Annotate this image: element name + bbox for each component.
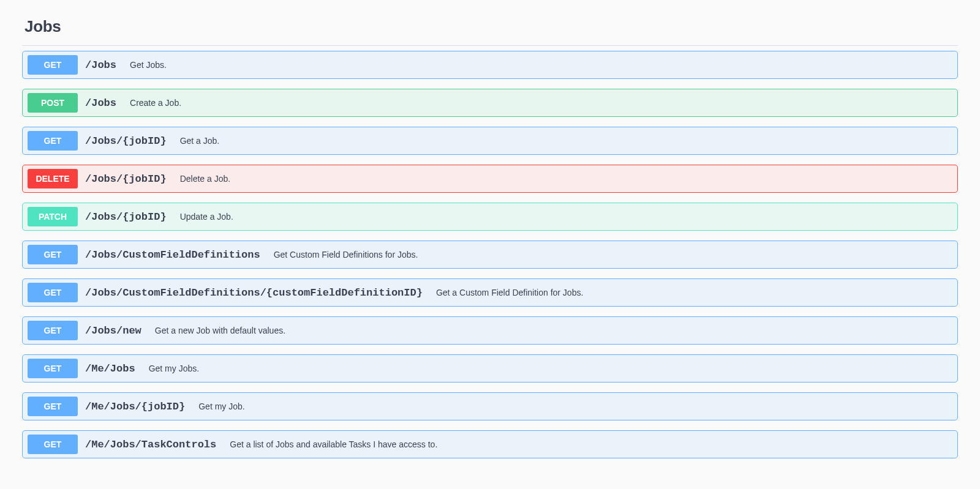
operation-description: Get a list of Jobs and available Tasks I…: [230, 439, 437, 449]
method-badge: GET: [28, 397, 78, 416]
operation-row[interactable]: GET/Me/Jobs/TaskControlsGet a list of Jo…: [22, 430, 958, 458]
operation-description: Get Jobs.: [130, 60, 167, 70]
operation-row[interactable]: DELETE/Jobs/{jobID}Delete a Job.: [22, 165, 958, 193]
operation-path: /Jobs/CustomFieldDefinitions/{customFiel…: [85, 287, 429, 299]
operation-path: /Jobs/CustomFieldDefinitions: [85, 249, 266, 261]
operation-row[interactable]: GET/Jobs/newGet a new Job with default v…: [22, 316, 958, 345]
operation-row[interactable]: GET/Me/JobsGet my Jobs.: [22, 354, 958, 383]
operation-description: Get a new Job with default values.: [155, 326, 285, 335]
operation-list: GET/JobsGet Jobs.POST/JobsCreate a Job.G…: [22, 51, 958, 458]
operation-row[interactable]: GET/JobsGet Jobs.: [22, 51, 958, 79]
operation-row[interactable]: GET/Jobs/CustomFieldDefinitions/{customF…: [22, 278, 958, 307]
operation-description: Get a Custom Field Definition for Jobs.: [436, 288, 583, 297]
operation-path: /Me/Jobs/{jobID}: [85, 401, 191, 412]
operation-path: /Me/Jobs/TaskControls: [85, 439, 222, 450]
operation-row[interactable]: POST/JobsCreate a Job.: [22, 89, 958, 117]
method-badge: GET: [28, 359, 78, 378]
operation-path: /Jobs: [85, 59, 123, 71]
operation-row[interactable]: GET/Me/Jobs/{jobID}Get my Job.: [22, 392, 958, 420]
method-badge: POST: [28, 93, 78, 113]
operation-description: Update a Job.: [180, 212, 233, 222]
api-section: Jobs GET/JobsGet Jobs.POST/JobsCreate a …: [0, 0, 980, 477]
operation-path: /Jobs/new: [85, 325, 148, 337]
section-title: Jobs: [24, 17, 958, 36]
operation-description: Get Custom Field Definitions for Jobs.: [274, 250, 418, 259]
operation-description: Get a Job.: [180, 136, 220, 146]
method-badge: GET: [28, 283, 78, 302]
operation-path: /Me/Jobs: [85, 363, 141, 375]
operation-path: /Jobs/{jobID}: [85, 173, 173, 185]
operation-path: /Jobs/{jobID}: [85, 135, 173, 147]
operation-row[interactable]: PATCH/Jobs/{jobID}Update a Job.: [22, 203, 958, 231]
method-badge: GET: [28, 321, 78, 340]
method-badge: GET: [28, 55, 78, 75]
operation-path: /Jobs: [85, 97, 123, 109]
method-badge: GET: [28, 131, 78, 151]
operation-row[interactable]: GET/Jobs/CustomFieldDefinitionsGet Custo…: [22, 241, 958, 269]
section-divider: [22, 45, 958, 46]
operation-description: Get my Job.: [198, 401, 244, 411]
method-badge: PATCH: [28, 207, 78, 226]
method-badge: DELETE: [28, 169, 78, 189]
operation-description: Delete a Job.: [180, 174, 231, 184]
operation-path: /Jobs/{jobID}: [85, 211, 173, 223]
method-badge: GET: [28, 245, 78, 264]
operation-row[interactable]: GET/Jobs/{jobID}Get a Job.: [22, 127, 958, 155]
method-badge: GET: [28, 435, 78, 454]
operation-description: Create a Job.: [130, 98, 181, 108]
operation-description: Get my Jobs.: [149, 364, 199, 373]
